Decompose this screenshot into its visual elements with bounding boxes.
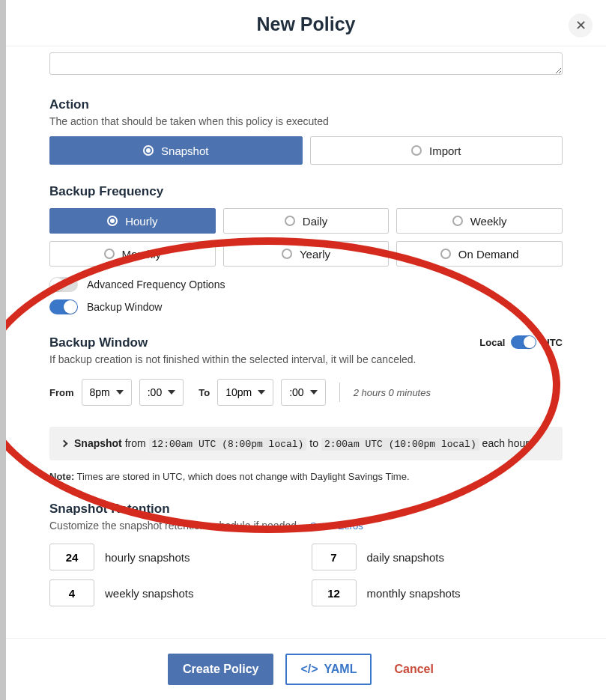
radio-icon <box>452 216 463 226</box>
daily-retention-label: daily snapshots <box>367 551 563 564</box>
freq-monthly-label: Monthly <box>122 248 162 261</box>
description-textarea[interactable] <box>49 52 563 75</box>
chevron-right-icon <box>61 440 68 448</box>
to-hour-select[interactable]: 10pm <box>217 379 273 406</box>
note-label: Note: <box>49 471 74 482</box>
from-hour-value: 8pm <box>90 386 110 398</box>
chevron-down-icon <box>310 390 318 395</box>
from-label: From <box>49 387 74 398</box>
from-min-value: :00 <box>148 386 162 398</box>
freq-weekly[interactable]: Weekly <box>396 208 563 234</box>
action-import-option[interactable]: Import <box>310 136 563 165</box>
set-to-zeros-link[interactable]: Set to Zeros <box>310 520 363 532</box>
tz-toggle[interactable] <box>511 335 536 349</box>
freq-ondemand[interactable]: On Demand <box>396 241 563 267</box>
to-min-value: :00 <box>289 386 303 398</box>
radio-icon <box>285 216 295 226</box>
advanced-options-toggle[interactable] <box>49 277 78 292</box>
action-desc: The action that should be taken when thi… <box>49 115 563 127</box>
new-policy-modal: New Policy ✕ Action The action that shou… <box>6 0 606 700</box>
note-text: Times are stored in UTC, which does not … <box>77 471 410 482</box>
retention-desc: Customize the snapshot retention schedul… <box>49 520 300 532</box>
modal-body[interactable]: Action The action that should be taken w… <box>6 46 606 638</box>
weekly-retention-label: weekly snapshots <box>105 587 301 600</box>
time-range-row: From 8pm :00 To 10pm :00 2 hours 0 minut… <box>49 379 563 406</box>
cancel-button[interactable]: Cancel <box>384 655 443 684</box>
monthly-retention-input[interactable] <box>312 579 357 606</box>
summary-snapshot: Snapshot <box>74 437 122 449</box>
radio-icon <box>411 145 422 156</box>
code-icon: </> <box>300 663 318 676</box>
create-policy-button[interactable]: Create Policy <box>168 654 273 685</box>
divider <box>339 383 340 402</box>
freq-daily-label: Daily <box>303 215 327 228</box>
freq-daily[interactable]: Daily <box>223 208 390 234</box>
freq-hourly[interactable]: Hourly <box>49 208 216 234</box>
advanced-options-label: Advanced Frequency Options <box>87 279 225 290</box>
action-section: Action The action that should be taken w… <box>49 97 563 165</box>
to-minute-select[interactable]: :00 <box>281 379 325 406</box>
retention-title: Snapshot Retention <box>49 502 563 517</box>
summary-to-word: to <box>309 437 318 449</box>
radio-icon <box>143 145 154 156</box>
summary-from-word: from <box>125 437 146 449</box>
monthly-retention-label: monthly snapshots <box>367 587 563 600</box>
action-import-label: Import <box>429 144 461 157</box>
hourly-retention-label: hourly snapshots <box>105 551 301 564</box>
weekly-retention-input[interactable] <box>49 579 94 606</box>
backup-window-header: Backup Window If backup creation is not … <box>49 335 563 365</box>
freq-yearly-label: Yearly <box>300 248 330 261</box>
to-hour-value: 10pm <box>225 386 252 398</box>
close-icon: ✕ <box>575 17 587 34</box>
duration-text: 2 hours 0 minutes <box>354 387 431 398</box>
radio-icon <box>282 249 292 259</box>
tz-utc-label: UTC <box>542 337 563 348</box>
backup-window-toggle-label: Backup Window <box>87 301 162 313</box>
timezone-switch: Local UTC <box>479 335 563 349</box>
yaml-label: YAML <box>324 663 357 676</box>
utc-note: Note: Times are stored in UTC, which doe… <box>49 471 563 482</box>
summary-from-time: 12:00am UTC (8:00pm local) <box>149 438 307 451</box>
action-title: Action <box>49 97 563 112</box>
chevron-down-icon <box>168 390 175 395</box>
yaml-button[interactable]: </> YAML <box>285 654 372 685</box>
summary-suffix: each hour <box>482 437 529 449</box>
from-minute-select[interactable]: :00 <box>139 379 184 406</box>
modal-header: New Policy ✕ <box>6 0 606 46</box>
freq-yearly[interactable]: Yearly <box>223 241 390 267</box>
radio-icon <box>104 249 115 259</box>
freq-monthly[interactable]: Monthly <box>49 241 216 267</box>
schedule-summary[interactable]: Snapshot from 12:00am UTC (8:00pm local)… <box>49 427 563 460</box>
chevron-down-icon <box>258 390 265 395</box>
summary-to-time: 2:00am UTC (10:00pm local) <box>321 438 479 451</box>
radio-icon <box>440 249 451 259</box>
hourly-retention-input[interactable] <box>49 544 94 570</box>
backup-window-desc: If backup creation is not finished withi… <box>49 353 416 365</box>
daily-retention-input[interactable] <box>312 544 357 570</box>
close-button[interactable]: ✕ <box>569 13 593 37</box>
backup-window-title: Backup Window <box>49 335 416 350</box>
chevron-down-icon <box>116 390 124 395</box>
freq-ondemand-label: On Demand <box>458 248 519 261</box>
from-hour-select[interactable]: 8pm <box>82 379 132 406</box>
modal-footer: Create Policy </> YAML Cancel <box>6 638 606 700</box>
freq-hourly-label: Hourly <box>125 215 157 228</box>
modal-title: New Policy <box>21 13 591 35</box>
to-label: To <box>199 387 210 398</box>
frequency-section: Backup Frequency Hourly Daily Weekly Mon… <box>49 184 563 314</box>
backup-window-toggle[interactable] <box>49 299 78 314</box>
action-snapshot-label: Snapshot <box>161 144 208 157</box>
tz-local-label: Local <box>479 337 505 348</box>
retention-section: Snapshot Retention Customize the snapsho… <box>49 502 563 606</box>
frequency-title: Backup Frequency <box>49 184 563 199</box>
freq-weekly-label: Weekly <box>470 215 507 228</box>
action-snapshot-option[interactable]: Snapshot <box>49 136 303 165</box>
radio-icon <box>107 216 118 226</box>
